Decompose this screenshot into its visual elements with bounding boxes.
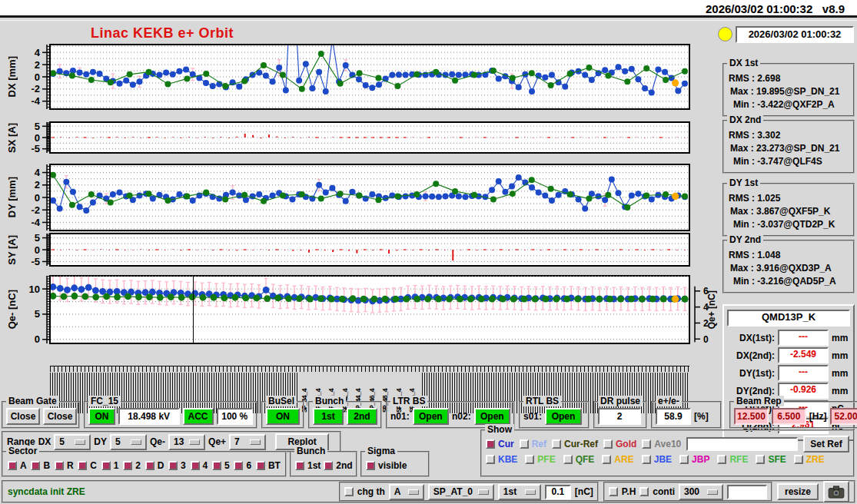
monitor-name[interactable]: QMD13P_K	[727, 310, 850, 327]
sector-item-1-checkbox[interactable]	[101, 461, 111, 470]
beam-gate-close-button-2[interactable]: Close	[43, 408, 77, 425]
sigma-visible-label: visible	[378, 460, 407, 471]
sector-item-5-checkbox[interactable]	[212, 461, 221, 470]
sector-item-c[interactable]: C	[78, 460, 97, 471]
sector-item-bt[interactable]: BT	[256, 460, 281, 471]
bunch-select-2nd-checkbox[interactable]	[324, 461, 333, 470]
sigma-visible[interactable]: visible	[366, 460, 407, 471]
conti-checkbox[interactable]	[639, 487, 649, 496]
sector-item-1[interactable]: 1	[101, 460, 119, 471]
show-sfe[interactable]: SFE	[756, 454, 786, 465]
sector-item-6-checkbox[interactable]	[234, 461, 243, 470]
sector-item-2[interactable]: 2	[123, 460, 141, 471]
threshold-input[interactable]: 0.1	[545, 485, 571, 499]
show-jbp[interactable]: JBP	[679, 454, 709, 465]
sector-item-2-checkbox[interactable]	[123, 461, 132, 470]
show-rfe-checkbox[interactable]	[717, 455, 726, 464]
range-qe--dropdown[interactable]: 13	[168, 434, 205, 450]
th-sector-dropdown[interactable]: A	[389, 484, 424, 500]
sector-item-a[interactable]: A	[8, 460, 27, 471]
sector-item-c-checkbox[interactable]	[78, 461, 87, 470]
sector-item-5[interactable]: 5	[212, 460, 230, 471]
sp-at-dropdown[interactable]: SP_AT_0	[428, 484, 494, 500]
sector-item-bt-checkbox[interactable]	[256, 461, 265, 470]
beam-rep-duty-field[interactable]: 52.000	[830, 408, 857, 425]
show-zre[interactable]: ZRE	[794, 454, 825, 465]
fc15-kv-field[interactable]: 18.498 kV	[118, 408, 180, 425]
show-cur-ref[interactable]: Cur-Ref	[552, 439, 598, 449]
sector-item-4[interactable]: 4	[191, 460, 208, 471]
sector-item-3[interactable]: 3	[168, 460, 186, 471]
set-ref-button[interactable]: Set Ref	[803, 436, 849, 453]
fc15-percent-field[interactable]: 100 %	[217, 408, 253, 425]
ph-conti-panel: P.H conti 300	[603, 482, 772, 502]
range-qe+-dropdown[interactable]: 7	[229, 434, 266, 450]
show-gold[interactable]: Gold	[603, 439, 636, 449]
show-ave10[interactable]: Ave10	[642, 439, 681, 449]
beam-gate-close-button-1[interactable]: Close	[6, 408, 40, 425]
show-sfe-checkbox[interactable]	[756, 455, 765, 464]
show-qfe[interactable]: QFE	[563, 454, 595, 465]
show-gold-checkbox[interactable]	[603, 439, 613, 449]
camera-button[interactable]	[823, 481, 849, 502]
show-cur[interactable]: Cur	[486, 439, 514, 449]
ltr-bs-open-button[interactable]: Open	[413, 408, 449, 425]
sector-item-a-checkbox[interactable]	[8, 461, 17, 470]
show-ave10-checkbox[interactable]	[642, 439, 651, 449]
show-pfe[interactable]: PFE	[525, 454, 555, 465]
fc15-on-button[interactable]: ON	[88, 408, 115, 425]
bunch-1st-button[interactable]: 1st	[313, 408, 344, 425]
show-jbe[interactable]: JBE	[642, 454, 672, 465]
dr-pulse-field[interactable]: 2	[598, 408, 641, 425]
svg-text:0: 0	[35, 71, 40, 83]
resize-button[interactable]: resize	[777, 483, 819, 500]
rtl-bs-open-button[interactable]: Open	[545, 408, 582, 425]
ltr-bs-open-button[interactable]: Open	[474, 408, 510, 425]
status-indicator-lamp	[718, 27, 732, 41]
sector-item-3-checkbox[interactable]	[168, 461, 178, 470]
show-ref-checkbox[interactable]	[520, 439, 529, 449]
bunch-dropdown[interactable]: 1st	[498, 484, 541, 500]
show-jbe-checkbox[interactable]	[642, 455, 651, 464]
stat-min: Min : -3.747@QLF4S	[729, 156, 849, 167]
bunch-select-2nd[interactable]: 2nd	[324, 460, 352, 471]
bunch-select-1st-checkbox[interactable]	[295, 461, 304, 470]
range-dy-dropdown[interactable]: 5	[110, 434, 147, 450]
show-are-checkbox[interactable]	[602, 455, 611, 464]
show-are[interactable]: ARE	[602, 454, 633, 465]
show-jbp-checkbox[interactable]	[679, 455, 689, 464]
show-kbe[interactable]: KBE	[486, 454, 517, 465]
chg-th-checkbox[interactable]	[344, 487, 354, 496]
sector-item-6[interactable]: 6	[234, 460, 251, 471]
ref-name-input[interactable]	[686, 437, 798, 451]
fc15-acc-button[interactable]: ACC	[183, 408, 214, 425]
bunch-select-1st[interactable]: 1st	[295, 460, 321, 471]
stats-group-dy-1st: DY 1stRMS : 1.025Max : 3.867@QXF5P_KMin …	[722, 183, 855, 237]
sector-item-d[interactable]: D	[145, 460, 164, 471]
show-cur-checkbox[interactable]	[486, 439, 495, 449]
sector-item-4-checkbox[interactable]	[191, 461, 200, 470]
show-ref[interactable]: Ref	[520, 439, 546, 449]
ph-checkbox[interactable]	[609, 487, 618, 496]
count-input[interactable]	[727, 485, 767, 499]
show-pfe-checkbox[interactable]	[525, 455, 534, 464]
show-kbe-checkbox[interactable]	[486, 455, 495, 464]
sector-item-b[interactable]: B	[31, 460, 50, 471]
show-zre-checkbox[interactable]	[794, 455, 803, 464]
sector-item-5-label: 5	[224, 460, 230, 471]
sector-item-d-checkbox[interactable]	[145, 461, 154, 470]
bunch-2nd-button[interactable]: 2nd	[347, 408, 377, 425]
beam-rep-hz-field-1[interactable]: 12.500	[734, 408, 769, 425]
ratio-field[interactable]: 58.9	[656, 408, 691, 425]
count-dropdown[interactable]: 300	[679, 484, 723, 500]
sigma-visible-checkbox[interactable]	[366, 461, 375, 470]
show-rfe[interactable]: RFE	[717, 454, 748, 465]
beam-rep-hz-field-2[interactable]: 6.500	[772, 408, 806, 425]
show-cur-ref-checkbox[interactable]	[552, 439, 561, 449]
show-qfe-checkbox[interactable]	[563, 455, 573, 464]
range-dx-dropdown[interactable]: 5	[54, 434, 91, 450]
sector-item-r[interactable]: R	[55, 460, 74, 471]
sector-item-b-checkbox[interactable]	[31, 461, 40, 470]
sector-item-r-checkbox[interactable]	[55, 461, 64, 470]
busel-on-button[interactable]: ON	[266, 408, 300, 425]
